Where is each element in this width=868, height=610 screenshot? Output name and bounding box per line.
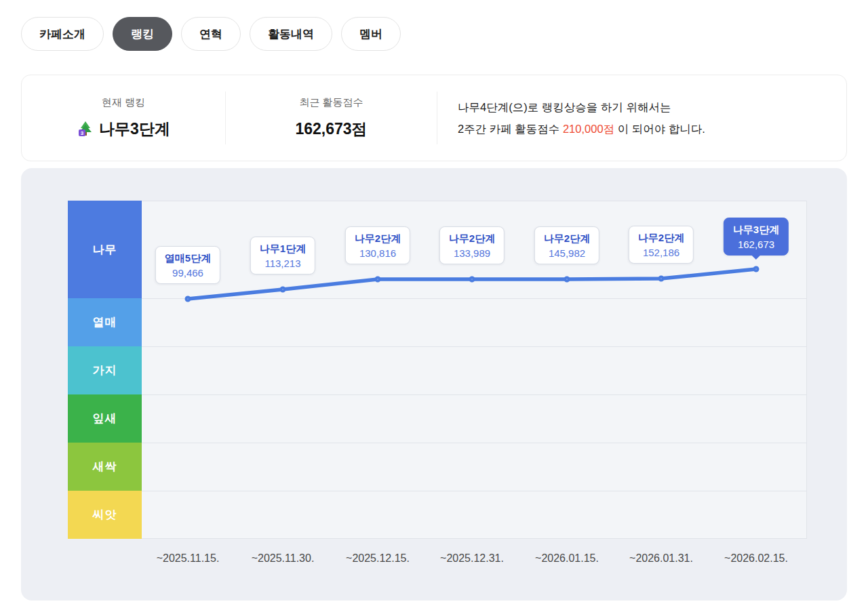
data-point (469, 277, 475, 283)
tooltip-rank-label: 나무2단계 (638, 232, 684, 245)
svg-text:3: 3 (81, 130, 84, 136)
tooltip-rank-label: 나무1단계 (260, 243, 306, 256)
tooltip-rank-label: 나무3단계 (733, 224, 779, 237)
data-point (280, 287, 286, 293)
tab-ranking[interactable]: 랭킹 (113, 17, 172, 51)
current-rank-section: 현재 랭킹 3 나무3단계 (22, 96, 225, 140)
tree-rank-icon: 3 (77, 121, 94, 138)
required-score-highlight: 210,000점 (563, 123, 614, 135)
notice-line-2-prefix: 2주간 카페 활동점수 (458, 123, 563, 135)
x-axis-label: ~2025.11.15. (157, 552, 220, 565)
data-point (753, 266, 760, 272)
tooltip-score-value: 162,673 (733, 239, 779, 250)
data-point (658, 276, 665, 282)
current-rank-label: 현재 랭킹 (102, 96, 145, 109)
tab-bar: 카페소개 랭킹 연혁 활동내역 멤버 (21, 17, 847, 51)
point-tooltip: 나무2단계133,989 (439, 226, 505, 264)
current-rank-value: 3 나무3단계 (77, 119, 170, 140)
tooltip-score-value: 152,186 (638, 247, 684, 258)
rank-up-notice: 나무4단계(으)로 랭킹상승을 하기 위해서는 2주간 카페 활동점수 210,… (437, 96, 846, 140)
point-tooltip: 나무1단계113,213 (250, 237, 315, 274)
tab-cafe-intro[interactable]: 카페소개 (21, 17, 104, 51)
x-axis-label: ~2025.12.31. (440, 552, 504, 565)
ranking-chart: 나무열매가지잎새새싹씨앗열매5단계99,466나무1단계113,213나무2단계… (68, 201, 807, 539)
notice-line-1: 나무4단계(으)로 랭킹상승을 하기 위해서는 (458, 96, 846, 118)
x-axis-label: ~2026.01.15. (535, 552, 599, 565)
tab-members[interactable]: 멤버 (341, 17, 401, 51)
point-tooltip: 나무2단계145,982 (534, 226, 599, 264)
ranking-chart-card: 나무열매가지잎새새싹씨앗열매5단계99,466나무1단계113,213나무2단계… (21, 168, 847, 601)
tooltip-score-value: 113,213 (260, 258, 306, 269)
tooltip-rank-label: 나무2단계 (449, 232, 495, 245)
tooltip-score-value: 130,816 (355, 247, 401, 259)
tooltip-rank-label: 나무2단계 (544, 232, 590, 245)
x-axis-label: ~2026.02.15. (724, 552, 788, 565)
x-axis-label: ~2025.11.30. (252, 552, 315, 565)
notice-line-2: 2주간 카페 활동점수 210,000점 이 되어야 합니다. (458, 118, 846, 140)
tab-history[interactable]: 연혁 (181, 17, 241, 51)
current-rank-text: 나무3단계 (99, 119, 170, 140)
data-point (564, 277, 570, 283)
data-point (375, 277, 381, 283)
tooltip-score-value: 99,466 (165, 267, 211, 279)
summary-card: 현재 랭킹 3 나무3단계 최근 활동점수 162,673점 (21, 75, 847, 161)
point-tooltip: 열매5단계99,466 (155, 246, 220, 284)
data-point (185, 296, 191, 302)
x-axis-label: ~2025.12.15. (346, 552, 410, 565)
recent-score-label: 최근 활동점수 (299, 96, 363, 109)
point-tooltip: 나무2단계152,186 (629, 226, 694, 264)
x-axis-label: ~2026.01.31. (629, 552, 693, 565)
recent-score-value: 162,673점 (295, 119, 367, 140)
cafe-ranking-page: 카페소개 랭킹 연혁 활동내역 멤버 현재 랭킹 3 나무3단계 (0, 0, 868, 610)
tooltip-score-value: 145,982 (544, 247, 590, 259)
tooltip-rank-label: 열매5단계 (165, 252, 211, 265)
point-tooltip: 나무2단계130,816 (345, 226, 410, 264)
tooltip-rank-label: 나무2단계 (355, 232, 401, 245)
current-point-tooltip: 나무3단계162,673 (724, 218, 789, 256)
recent-score-section: 최근 활동점수 162,673점 (226, 96, 437, 140)
tab-activity[interactable]: 활동내역 (250, 17, 332, 51)
notice-line-2-suffix: 이 되어야 합니다. (614, 123, 705, 135)
tooltip-score-value: 133,989 (449, 247, 495, 259)
